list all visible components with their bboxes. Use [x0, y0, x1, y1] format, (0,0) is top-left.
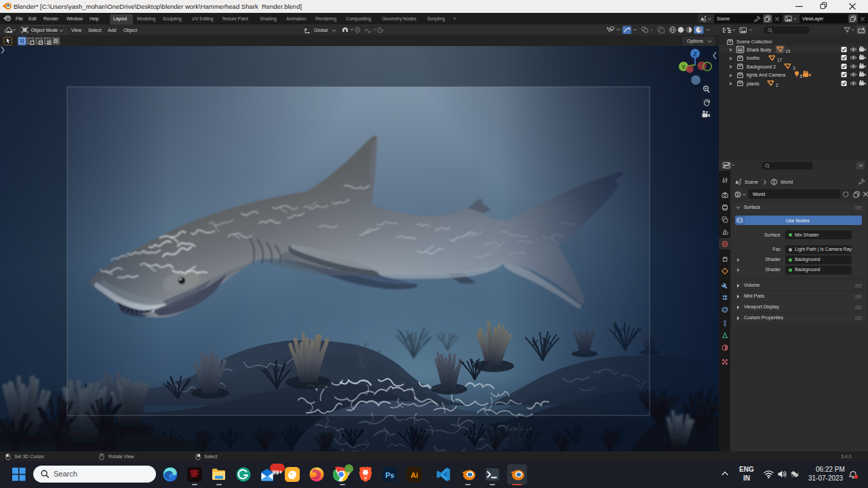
svg-text:Y: Y — [682, 64, 686, 70]
svg-text:Ps: Ps — [385, 471, 394, 479]
svg-text:2: 2 — [776, 83, 778, 87]
svg-text:Ai: Ai — [411, 471, 418, 479]
svg-text:19: 19 — [785, 49, 791, 54]
svg-text:3: 3 — [793, 66, 795, 70]
svg-text:Z: Z — [693, 51, 697, 58]
svg-text:17: 17 — [777, 58, 783, 62]
svg-text:5: 5 — [800, 74, 803, 79]
